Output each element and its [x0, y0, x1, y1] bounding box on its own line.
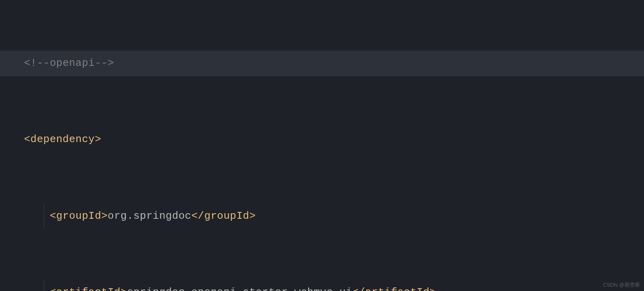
code-line: <artifactId>springdoc-openapi-starter-we…	[0, 280, 644, 291]
tag-artifactid-open: <artifactId>	[50, 286, 127, 291]
value-groupid: org.springdoc	[108, 210, 191, 222]
tag-dependency-open: <dependency>	[24, 133, 101, 145]
code-line: <!--openapi-->	[0, 51, 644, 76]
xml-comment-start: <!--	[24, 57, 50, 69]
watermark: CSDN @易雪寒	[603, 281, 640, 289]
code-editor: <!--openapi--> <dependency> <groupId>org…	[0, 0, 644, 291]
xml-comment-text: openapi	[50, 57, 95, 69]
code-line: <groupId>org.springdoc</groupId>	[0, 204, 644, 229]
tag-groupid-open: <groupId>	[50, 210, 108, 222]
code-line: <dependency>	[0, 127, 644, 152]
tag-artifactid-close: </artifactId>	[352, 286, 436, 291]
value-artifactid: springdoc-openapi-starter-webmvc-ui	[127, 286, 353, 291]
xml-comment-end: -->	[95, 57, 114, 69]
tag-groupid-close: </groupId>	[191, 210, 256, 222]
